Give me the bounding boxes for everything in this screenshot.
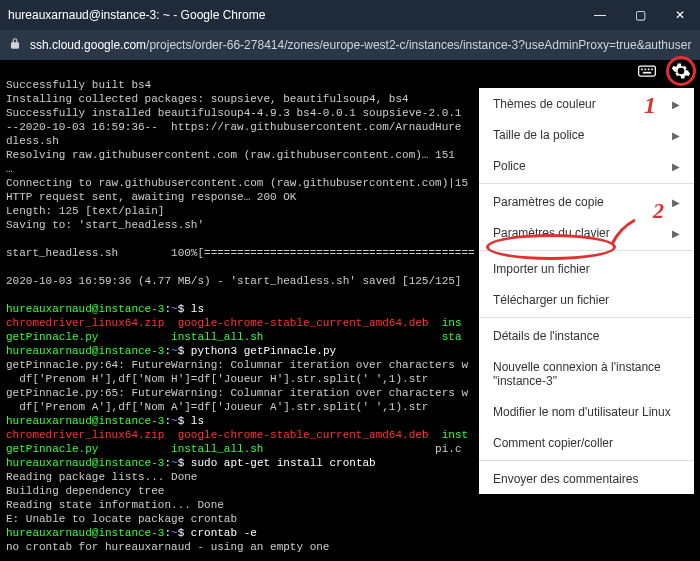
keyboard-icon[interactable] bbox=[636, 60, 658, 82]
svg-rect-5 bbox=[643, 72, 651, 74]
menu-separator bbox=[479, 250, 694, 251]
ssh-toolbar bbox=[636, 60, 692, 82]
chevron-right-icon: ▶ bbox=[672, 130, 680, 141]
close-button[interactable]: ✕ bbox=[660, 0, 700, 30]
menu-item-upload-file[interactable]: Importer un fichier bbox=[479, 253, 694, 284]
chevron-right-icon: ▶ bbox=[672, 161, 680, 172]
svg-rect-1 bbox=[641, 69, 643, 71]
address-bar: ssh.cloud.google.com/projects/order-66-2… bbox=[0, 30, 700, 60]
svg-rect-0 bbox=[639, 66, 656, 76]
menu-separator bbox=[479, 317, 694, 318]
menu-item-font-size[interactable]: Taille de la police▶ bbox=[479, 119, 694, 150]
settings-menu: Thèmes de couleur▶ Taille de la police▶ … bbox=[479, 88, 694, 494]
menu-item-copy-settings[interactable]: Paramètres de copie▶ bbox=[479, 186, 694, 217]
chevron-right-icon: ▶ bbox=[672, 228, 680, 239]
lock-icon bbox=[8, 37, 24, 53]
url-text[interactable]: ssh.cloud.google.com/projects/order-66-2… bbox=[30, 38, 692, 52]
url-path: /projects/order-66-278414/zones/europe-w… bbox=[146, 38, 692, 52]
menu-item-copy-paste-help[interactable]: Comment copier/coller bbox=[479, 427, 694, 458]
menu-item-font[interactable]: Police▶ bbox=[479, 150, 694, 181]
chevron-right-icon: ▶ bbox=[672, 197, 680, 208]
window-controls: — ▢ ✕ bbox=[580, 0, 700, 30]
menu-separator bbox=[479, 460, 694, 461]
window-titlebar: hureauxarnaud@instance-3: ~ - Google Chr… bbox=[0, 0, 700, 30]
svg-rect-4 bbox=[651, 69, 653, 71]
menu-item-new-connection[interactable]: Nouvelle connexion à l'instance "instanc… bbox=[479, 351, 694, 396]
window-title: hureauxarnaud@instance-3: ~ - Google Chr… bbox=[0, 8, 580, 22]
gear-icon[interactable] bbox=[670, 60, 692, 82]
menu-item-change-username[interactable]: Modifier le nom d'utilisateur Linux bbox=[479, 396, 694, 427]
url-host: ssh.cloud.google.com bbox=[30, 38, 146, 52]
chevron-right-icon: ▶ bbox=[672, 99, 680, 110]
menu-item-keyboard-settings[interactable]: Paramètres du clavier▶ bbox=[479, 217, 694, 248]
menu-item-download-file[interactable]: Télécharger un fichier bbox=[479, 284, 694, 315]
menu-item-instance-details[interactable]: Détails de l'instance bbox=[479, 320, 694, 351]
menu-item-color-themes[interactable]: Thèmes de couleur▶ bbox=[479, 88, 694, 119]
menu-item-send-feedback[interactable]: Envoyer des commentaires bbox=[479, 463, 694, 494]
menu-separator bbox=[479, 183, 694, 184]
maximize-button[interactable]: ▢ bbox=[620, 0, 660, 30]
svg-rect-2 bbox=[645, 69, 647, 71]
minimize-button[interactable]: — bbox=[580, 0, 620, 30]
svg-rect-3 bbox=[648, 69, 650, 71]
